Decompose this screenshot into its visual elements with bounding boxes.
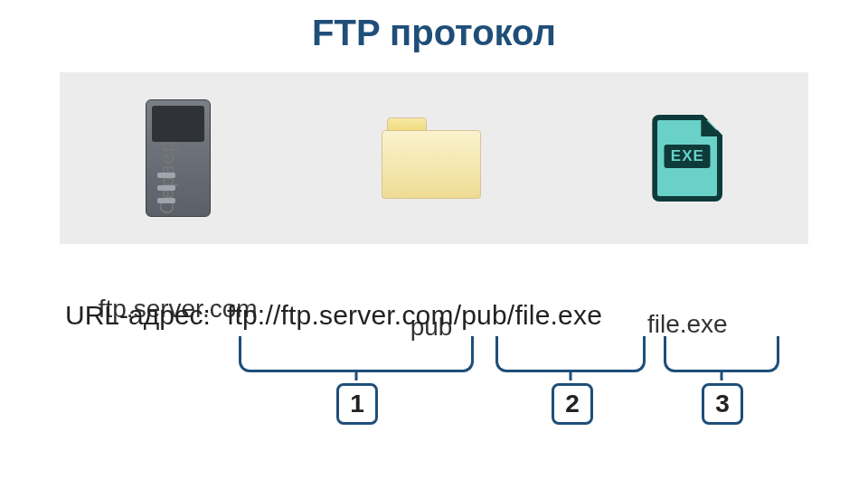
url-value: ftp://ftp.server.com/pub/file.exe <box>227 300 602 331</box>
brace-3 <box>664 336 779 372</box>
icon-panel: Сервер ftp.server.com pub EXE file.exe <box>60 72 808 244</box>
exe-file-icon: EXE <box>652 115 722 202</box>
segment-number-1: 1 <box>336 383 378 425</box>
url-label: URL-адрес: <box>65 300 211 331</box>
page-title: FTP протокол <box>0 0 868 53</box>
brace-2 <box>495 336 646 372</box>
brace-1 <box>239 336 474 372</box>
exe-badge: EXE <box>665 145 711 168</box>
url-row: URL-адрес: ftp://ftp.server.com/pub/file… <box>65 300 602 331</box>
file-block: EXE file.exe <box>652 115 722 202</box>
segment-number-2: 2 <box>552 383 593 425</box>
server-rotated-label: Сервер <box>156 140 179 214</box>
url-segment-braces: 1 2 3 <box>235 336 814 427</box>
server-block: Сервер ftp.server.com <box>146 99 211 217</box>
folder-icon <box>382 117 481 199</box>
folder-block: pub <box>382 117 481 199</box>
segment-number-3: 3 <box>702 383 743 425</box>
server-tower-icon: Сервер <box>146 99 211 217</box>
